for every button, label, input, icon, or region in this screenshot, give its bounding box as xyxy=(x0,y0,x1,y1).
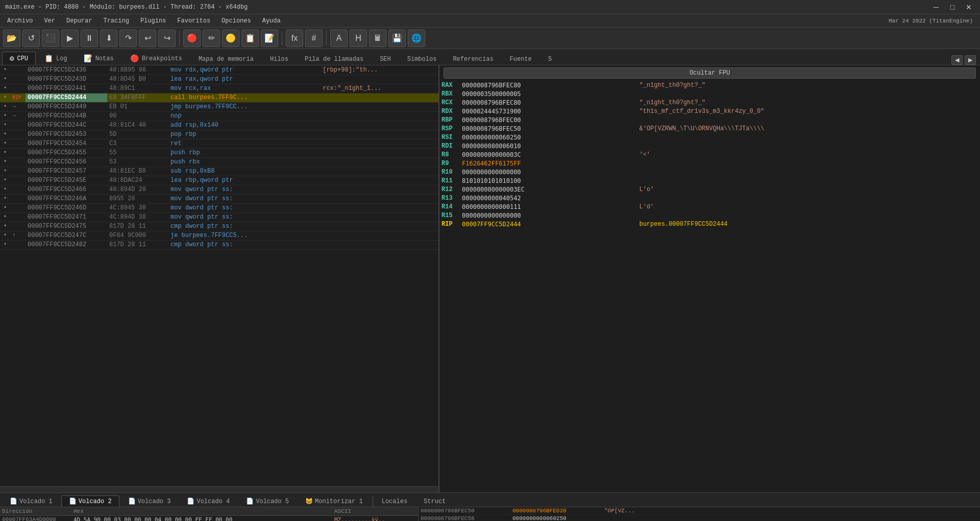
tab-refs[interactable]: Referencias xyxy=(445,53,501,65)
maximize-button[interactable]: □ xyxy=(946,1,959,13)
reg-value-cell[interactable]: 0000000000060250 xyxy=(460,133,637,141)
bp-marker[interactable]: • xyxy=(0,65,10,75)
menu-tracing[interactable]: Tracing xyxy=(98,16,134,26)
table-row[interactable]: •00007FF9CC5D2482817D 28 11cmp dword ptr… xyxy=(0,240,438,249)
reg-value-cell[interactable]: 0000003500000005 xyxy=(460,89,637,98)
step-over-button[interactable]: ↷ xyxy=(119,30,137,47)
dump-row[interactable]: 00007FF63A4D00004D 5A 90 00 03 00 00 00 … xyxy=(0,516,418,521)
bp-marker[interactable]: • xyxy=(0,203,10,212)
table-row[interactable]: •00007FF9CC5D245748:81EC B8sub rsp,0xB8 xyxy=(0,167,438,176)
tab-volcado5[interactable]: 📄 Volcado 5 xyxy=(238,495,297,507)
tab-volcado3[interactable]: 📄 Volcado 3 xyxy=(120,495,179,507)
hide-fpu-button[interactable]: Ocultar FPU xyxy=(444,67,976,79)
patch-button[interactable]: 🟡 xyxy=(222,30,239,47)
menu-ver[interactable]: Ver xyxy=(39,16,60,26)
step-into-button[interactable]: ⬇ xyxy=(100,30,117,47)
tab-monitor1[interactable]: 😺 Monitorizar 1 xyxy=(298,495,371,507)
stack-row[interactable]: 0000008796BFEC580000000000060250 xyxy=(419,515,980,521)
mem-button[interactable]: 💾 xyxy=(388,30,406,47)
bp-marker[interactable]: • xyxy=(0,222,10,231)
bp-marker[interactable]: • xyxy=(0,176,10,185)
bp-marker[interactable]: • xyxy=(0,139,10,148)
bp-marker[interactable]: • xyxy=(0,93,10,102)
disasm-hscroll[interactable] xyxy=(0,486,438,492)
bp-marker[interactable]: • xyxy=(0,194,10,203)
table-row[interactable]: •00007FF9CC5D243D48:8D45 B0lea rax,qword… xyxy=(0,75,438,84)
table-row[interactable]: •00007FF9CC5D244148:89C1mov rcx,raxrcx:"… xyxy=(0,84,438,93)
menu-depurar[interactable]: Depurar xyxy=(61,16,97,26)
open-button[interactable]: 📂 xyxy=(3,30,20,47)
close-file-button[interactable]: ⬛ xyxy=(42,30,59,47)
tab-breakpoints[interactable]: 🔴 Breakpoints xyxy=(122,52,190,65)
bp-marker[interactable]: • xyxy=(0,84,10,93)
minimize-button[interactable]: ─ xyxy=(930,1,942,13)
tab-locales[interactable]: Locales xyxy=(374,496,415,507)
menu-ayuda[interactable]: Ayuda xyxy=(257,16,286,26)
tab-volcado2[interactable]: 📄 Volcado 2 xyxy=(61,495,119,507)
reg-value-cell[interactable]: 0000000080006010 xyxy=(460,141,637,150)
table-row[interactable]: •→00007FF9CC5D2449EB 01jmp burpees.7FF9C… xyxy=(0,102,438,111)
menu-plugins[interactable]: Plugins xyxy=(135,16,171,26)
bp-marker[interactable]: • xyxy=(0,240,10,249)
reg-value-cell[interactable]: 00007FF9CC5D2444 xyxy=(460,220,637,228)
run-to-call-button[interactable]: ↪ xyxy=(158,30,176,47)
tab-symbols[interactable]: Símbolos xyxy=(400,53,445,65)
reg-value-cell[interactable]: 0000000000000000 xyxy=(460,168,637,176)
dump-panel[interactable]: Dirección Hex ASCII 00007FF63A4D00004D 5… xyxy=(0,507,419,521)
table-row[interactable]: •00007FF9CC5D246D4C:8945 30mov dword ptr… xyxy=(0,203,438,212)
run-to-ret-button[interactable]: ↩ xyxy=(139,30,156,47)
stack-panel[interactable]: 0000008796BFEC500000008796BFED20"OP[VZ..… xyxy=(419,507,980,521)
table-row[interactable]: •00007FF9CC5D246A8955 28mov dword ptr ss… xyxy=(0,194,438,203)
menu-opciones[interactable]: Opciones xyxy=(216,16,256,26)
tab-volcado4[interactable]: 📄 Volcado 4 xyxy=(179,495,237,507)
tab-hilos[interactable]: Hilos xyxy=(262,53,296,65)
reg-value-cell[interactable]: 0000008796BFEC50 xyxy=(460,124,637,133)
tab-right-button[interactable]: ▶ xyxy=(965,55,976,65)
web-button[interactable]: 🌐 xyxy=(408,30,425,47)
reg-value-cell[interactable]: 000000000000003EC xyxy=(460,185,637,194)
table-row[interactable]: •00007FF9CC5D245555push rbp xyxy=(0,148,438,157)
bp-marker[interactable]: • xyxy=(0,231,10,240)
reg-value-cell[interactable]: 0000000000040542 xyxy=(460,194,637,202)
tab-cpu[interactable]: ⚙ CPU xyxy=(2,52,36,65)
reg-value-cell[interactable]: 0000000000000111 xyxy=(460,202,637,211)
table-row[interactable]: •00007FF9CC5D243648:8B95 98mov rdx,qword… xyxy=(0,65,438,75)
tab-seh[interactable]: SEH xyxy=(372,53,399,65)
table-row[interactable]: •00007FF9CC5D246648:894D 20mov qword ptr… xyxy=(0,185,438,194)
asm-button[interactable]: 📝 xyxy=(261,30,278,47)
tab-struct[interactable]: Struct xyxy=(416,496,453,507)
reg-value-cell[interactable]: F1626462FF6175FF xyxy=(460,159,637,168)
reg-value-cell[interactable]: 0000000000000000 xyxy=(460,211,637,220)
reg-value-cell[interactable]: 0000008796BFEC00 xyxy=(460,115,637,124)
tab-stack[interactable]: Pila de llamadas xyxy=(297,53,371,65)
highlight-button[interactable]: ✏ xyxy=(203,30,220,47)
script-button[interactable]: 📋 xyxy=(241,30,259,47)
search-button[interactable]: # xyxy=(305,30,323,47)
bp-marker[interactable]: • xyxy=(0,121,10,130)
bp-marker[interactable]: • xyxy=(0,102,10,111)
table-row[interactable]: •00007FF9CC5D245653push rbx xyxy=(0,157,438,167)
bp-marker[interactable]: • xyxy=(0,185,10,194)
expr-button[interactable]: fx xyxy=(286,30,303,47)
hex-button[interactable]: H xyxy=(350,30,367,47)
bp-button[interactable]: 🔴 xyxy=(183,30,201,47)
tab-log[interactable]: 📋 Log xyxy=(37,52,75,65)
disasm-scroll[interactable]: •00007FF9CC5D243648:8B95 98mov rdx,qword… xyxy=(0,65,438,486)
reg-scroll[interactable]: RAX0000008796BFEC80"_n1ght_th0?ght?_"RBX… xyxy=(439,81,980,492)
bp-marker[interactable]: • xyxy=(0,111,10,121)
pause-button[interactable]: ⏸ xyxy=(81,30,98,47)
table-row[interactable]: •→00007FF9CC5D244B90nop xyxy=(0,111,438,121)
reg-value-cell[interactable]: 8101010101010100 xyxy=(460,176,637,185)
bp-marker[interactable]: • xyxy=(0,75,10,84)
tab-s[interactable]: S xyxy=(541,53,559,65)
tab-memory-map[interactable]: Mapa de memoria xyxy=(191,53,261,65)
reg-value-cell[interactable]: 000002444S731900 xyxy=(460,107,637,115)
table-row[interactable]: •00007FF9CC5D2475817D 28 11cmp dword ptr… xyxy=(0,222,438,231)
bp-marker[interactable]: • xyxy=(0,167,10,176)
reg-value-cell[interactable]: 0000008796BFEC80 xyxy=(460,81,637,89)
table-row[interactable]: •↑00007FF9CC5D247C0F84 9C000je burpees.7… xyxy=(0,231,438,240)
tab-left-button[interactable]: ◀ xyxy=(951,55,963,65)
reg-value-cell[interactable]: 000000000000003C xyxy=(460,150,637,159)
table-row[interactable]: •00007FF9CC5D24535Dpop rbp xyxy=(0,130,438,139)
menu-favoritos[interactable]: Favoritos xyxy=(172,16,215,26)
